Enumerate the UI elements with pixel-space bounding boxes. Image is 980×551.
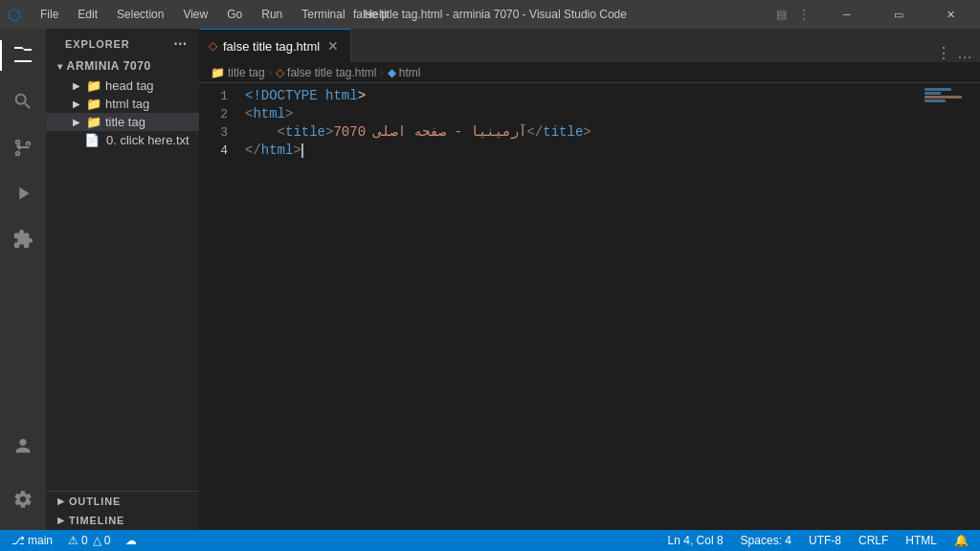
timeline-section[interactable]: ▶ TIMELINE [46, 511, 199, 530]
folder-icon: 📁 [86, 97, 101, 111]
sync-icon: ☁ [125, 534, 137, 547]
new-file-icon[interactable]: ⋯ [173, 36, 188, 52]
settings-activity-icon[interactable] [0, 476, 46, 522]
notifications-status[interactable]: 🔔 [950, 530, 972, 551]
line-num-1: 1 [199, 87, 228, 105]
encoding-status[interactable]: UTF-8 [805, 530, 845, 551]
breadcrumb-html-label: html [399, 66, 421, 79]
menu-edit[interactable]: Edit [72, 8, 103, 21]
branch-label: main [28, 534, 53, 547]
explorer-content: ▾ ARMINIA 7070 ▶ 📁 head tag ▶ 📁 html tag… [46, 55, 199, 491]
breadcrumb-file-icon: ◇ [276, 66, 284, 79]
line-num-2: 2 [199, 105, 228, 123]
tabs-right-icons: ⋮ … [936, 44, 980, 62]
tab-label: false title tag.html [223, 39, 320, 54]
token-close-html-lt: </ [245, 142, 261, 160]
title-bar-menus: ⬡ File Edit Selection View Go Run Termin… [8, 6, 393, 24]
project-root[interactable]: ▾ ARMINIA 7070 [46, 55, 199, 77]
minimize-button[interactable]: ─ [825, 0, 869, 29]
breadcrumb: 📁 title tag › ◇ false title tag.html › ◆… [199, 62, 980, 83]
window-title: false title tag.html - arminia 7070 - Vi… [353, 8, 627, 21]
sidebar-item-click-here[interactable]: 📄 0. click here.txt [46, 131, 199, 149]
breadcrumb-file-label: false title tag.html [287, 66, 376, 79]
chevron-right-icon: ▶ [57, 516, 65, 525]
breadcrumb-html[interactable]: ◆ html [388, 66, 421, 79]
token-html-keyword: html [325, 87, 358, 105]
menu-go[interactable]: Go [221, 8, 248, 21]
errors-status[interactable]: ⚠ 0 △ 0 [64, 530, 114, 551]
file-icon: 📄 [84, 133, 100, 147]
tab-false-title-tag[interactable]: ◇ false title tag.html ✕ [199, 29, 351, 62]
more-actions-icon[interactable]: … [957, 45, 972, 62]
token-close-bracket: > [285, 105, 293, 123]
breadcrumb-separator-2: › [380, 67, 383, 77]
token-open-bracket: < [245, 105, 253, 123]
debug-activity-icon[interactable] [0, 170, 46, 216]
token-close-html-gt: > [293, 142, 301, 160]
mini-line-4 [924, 99, 946, 102]
line-num-3: 3 [199, 123, 228, 142]
menu-file[interactable]: File [34, 8, 64, 21]
mini-line-2 [924, 92, 941, 95]
search-activity-icon[interactable] [0, 78, 46, 124]
status-bar: ⎇ main ⚠ 0 △ 0 ☁ Ln 4, Col 8 Spaces: 4 U… [0, 530, 980, 551]
branch-status[interactable]: ⎇ main [8, 530, 56, 551]
menu-view[interactable]: View [177, 8, 213, 21]
click-here-label: 0. click here.txt [106, 133, 189, 147]
line-ending-status[interactable]: CRLF [855, 530, 892, 551]
code-line-2: <html> [237, 105, 923, 123]
token-bracket: > [358, 87, 366, 105]
tab-close-icon[interactable]: ✕ [325, 36, 341, 55]
html-tag-label: html tag [105, 97, 149, 111]
folder-icon: 📁 [86, 115, 101, 129]
chevron-right-icon: ▶ [73, 80, 80, 91]
explorer-activity-icon[interactable] [0, 33, 46, 78]
cursor-position-label: Ln 4, Col 8 [668, 534, 724, 547]
breadcrumb-title-tag[interactable]: 📁 title tag [211, 66, 265, 79]
indent-status[interactable]: Spaces: 4 [737, 530, 795, 551]
chevron-right-icon: ▶ [73, 117, 80, 127]
extensions-activity-icon[interactable] [0, 216, 46, 262]
html-file-icon: ◇ [209, 39, 217, 53]
project-label: ARMINIA 7070 [67, 59, 151, 73]
sidebar-item-head-tag[interactable]: ▶ 📁 head tag [46, 77, 199, 95]
language-status[interactable]: HTML [902, 530, 941, 551]
code-area[interactable]: <!DOCTYPE html> <html> <title>7070 آرمین… [237, 83, 923, 530]
folder-icon: 📁 [86, 78, 101, 93]
minimap-content [923, 83, 980, 107]
cursor-position-status[interactable]: Ln 4, Col 8 [664, 530, 727, 551]
mini-line-3 [924, 96, 962, 99]
sidebar-item-title-tag[interactable]: ▶ 📁 title tag [46, 113, 199, 131]
status-bar-right: Ln 4, Col 8 Spaces: 4 UTF-8 CRLF HTML 🔔 [664, 530, 972, 551]
close-button[interactable]: ✕ [928, 0, 972, 29]
bell-icon: 🔔 [954, 534, 969, 547]
editor-area: ◇ false title tag.html ✕ ⋮ … 📁 title tag… [199, 29, 980, 530]
code-line-1: <!DOCTYPE html> [237, 87, 923, 105]
sidebar-bottom: ▶ OUTLINE ▶ TIMELINE [46, 491, 199, 530]
head-tag-label: head tag [105, 78, 154, 93]
account-activity-icon[interactable] [0, 423, 46, 469]
breadcrumb-html-icon: ◆ [388, 66, 396, 79]
status-bar-left: ⎇ main ⚠ 0 △ 0 ☁ [8, 530, 141, 551]
token-lt: < [278, 123, 285, 142]
split-editor-icon[interactable]: ⋮ [936, 44, 951, 62]
breadcrumb-file[interactable]: ◇ false title tag.html [276, 66, 376, 79]
code-editor[interactable]: 1 2 3 4 <!DOCTYPE html> <html> <title>70… [199, 83, 980, 530]
language-label: HTML [905, 534, 937, 547]
outline-section[interactable]: ▶ OUTLINE [46, 492, 199, 511]
encoding-label: UTF-8 [809, 534, 841, 547]
menu-terminal[interactable]: Terminal [296, 8, 350, 21]
token-html-tag: html [253, 105, 285, 123]
activity-bar [0, 29, 46, 530]
restore-button[interactable]: ▭ [877, 0, 921, 29]
title-bar: ⬡ File Edit Selection View Go Run Termin… [0, 0, 980, 29]
sidebar-item-html-tag[interactable]: ▶ 📁 html tag [46, 95, 199, 113]
sync-status[interactable]: ☁ [122, 530, 141, 551]
menu-selection[interactable]: Selection [111, 8, 169, 21]
token-doctype: <!DOCTYPE [245, 87, 325, 105]
source-control-activity-icon[interactable] [0, 124, 46, 170]
sidebar-header: EXPLORER ⋯ [46, 29, 199, 55]
line-num-4: 4 [199, 142, 228, 160]
menu-run[interactable]: Run [256, 8, 288, 21]
sidebar-header-icons: ⋯ [173, 36, 188, 52]
